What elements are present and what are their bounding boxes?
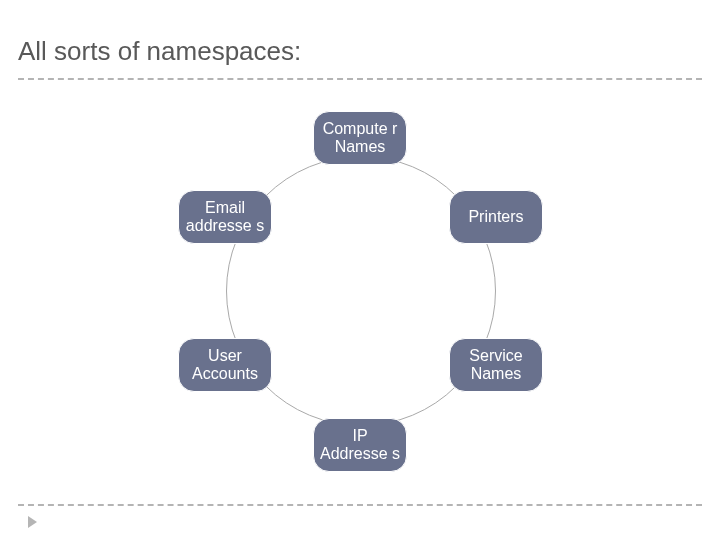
bullet-icon bbox=[28, 516, 37, 528]
node-computer-names: Compute r Names bbox=[313, 111, 407, 165]
node-service-names: Service Names bbox=[449, 338, 543, 392]
node-email-addresses: Email addresse s bbox=[178, 190, 272, 244]
node-label: IP Addresse s bbox=[318, 427, 402, 462]
slide-title: All sorts of namespaces: bbox=[18, 36, 301, 67]
slide: All sorts of namespaces: Compute r Names… bbox=[0, 0, 720, 540]
divider-bottom bbox=[18, 504, 702, 506]
node-label: Printers bbox=[468, 208, 523, 226]
node-label: Service Names bbox=[454, 347, 538, 382]
node-printers: Printers bbox=[449, 190, 543, 244]
node-user-accounts: User Accounts bbox=[178, 338, 272, 392]
node-ip-addresses: IP Addresse s bbox=[313, 418, 407, 472]
node-label: Compute r Names bbox=[318, 120, 402, 155]
divider-top bbox=[18, 78, 702, 80]
node-label: User Accounts bbox=[183, 347, 267, 382]
node-label: Email addresse s bbox=[183, 199, 267, 234]
